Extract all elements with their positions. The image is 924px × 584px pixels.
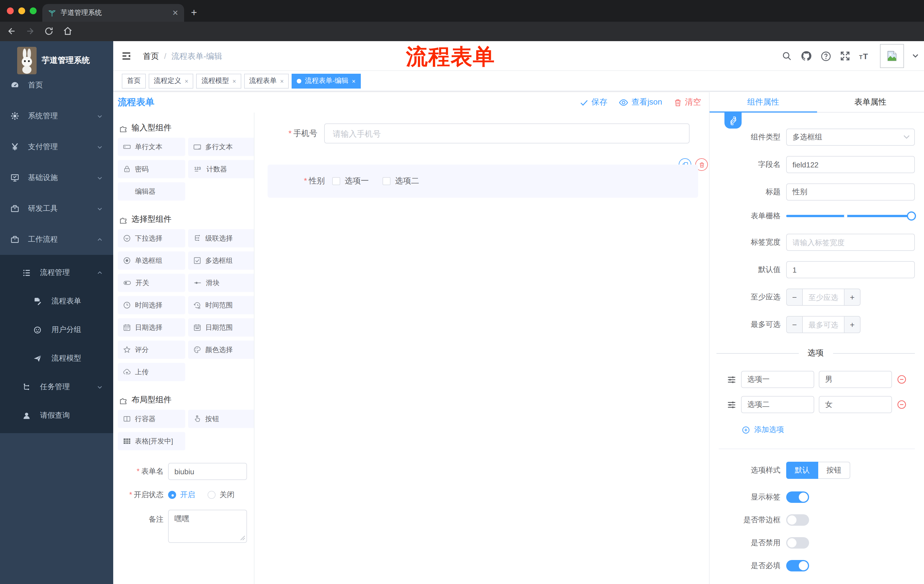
component-date-range[interactable]: 日期范围 [188,318,254,337]
sidebar-item-devtools[interactable]: 研发工具 [0,193,113,224]
tag-close-icon[interactable]: × [352,77,356,84]
max-select-input[interactable] [803,316,844,333]
sidebar-item-payment[interactable]: 支付管理 [0,132,113,162]
grid-slider[interactable] [786,215,911,217]
status-off-label[interactable]: 关闭 [219,490,234,500]
component-select[interactable]: 下拉选择 [118,229,185,247]
gender-option-1[interactable]: 选项一 [332,176,369,186]
min-select-input[interactable] [803,289,844,306]
status-off-radio[interactable] [208,491,216,499]
avatar[interactable] [880,44,904,68]
tag-process-model[interactable]: 流程模型× [196,73,241,88]
tab-form-props[interactable]: 表单属性 [817,92,924,112]
fullscreen-icon[interactable] [840,51,850,61]
tag-process-form-edit[interactable]: 流程表单-编辑× [292,73,361,88]
back-icon[interactable] [7,26,16,36]
field-name-input[interactable] [786,156,915,173]
slider-handle[interactable] [907,211,916,220]
component-radio-group[interactable]: 单选框组 [118,252,185,270]
tab-component-props[interactable]: 组件属性 [710,92,817,112]
reload-icon[interactable] [44,26,54,36]
component-type-select[interactable]: 多选框组 [786,128,915,146]
status-on-label[interactable]: 开启 [180,490,195,500]
breadcrumb-home[interactable]: 首页 [143,51,159,62]
forward-icon[interactable] [25,26,35,36]
show-label-toggle[interactable] [786,492,809,503]
component-table-dev[interactable]: 表格[开发中] [118,432,185,450]
resize-grip-icon[interactable] [240,535,245,541]
remove-option-icon[interactable] [896,400,907,410]
view-json-button[interactable]: 查看json [619,97,662,107]
phone-input[interactable] [324,123,690,143]
option-name-input[interactable] [741,371,814,388]
tab-close-icon[interactable]: ✕ [172,8,178,17]
sidebar-item-process-model[interactable]: 流程模型 [0,344,113,373]
form-name-input[interactable] [168,463,247,480]
component-upload[interactable]: 上传 [118,363,185,381]
checkbox-icon[interactable] [383,177,391,185]
decrease-button[interactable]: − [786,289,803,306]
decrease-button[interactable]: − [786,316,803,333]
component-date-picker[interactable]: 日期选择 [118,318,185,337]
help-icon[interactable] [820,51,832,61]
browser-tab[interactable]: 芋道管理系统 ✕ [42,4,184,22]
component-single-text[interactable]: 单行文本 [118,138,185,156]
style-default-button[interactable]: 默认 [786,462,818,479]
tag-close-icon[interactable]: × [280,77,284,84]
component-slider[interactable]: 滑块 [188,274,254,292]
sidebar-item-home[interactable]: 首页 [0,70,113,100]
remove-option-icon[interactable] [896,374,907,385]
home-icon[interactable] [63,26,73,36]
component-time-range[interactable]: 时间范围 [188,296,254,314]
tag-close-icon[interactable]: × [233,77,236,84]
tag-process-form[interactable]: 流程表单× [244,73,289,88]
option-value-input[interactable] [819,396,892,413]
new-tab-button[interactable]: + [191,5,197,20]
component-switch[interactable]: 开关 [118,274,185,292]
tag-home[interactable]: 首页 [122,73,146,88]
with-border-toggle[interactable] [786,514,809,526]
add-option-button[interactable]: 添加选项 [742,424,924,435]
sidebar-fold-icon[interactable] [121,51,132,61]
title-input[interactable] [786,183,915,201]
sidebar-item-leave-query[interactable]: 请假查询 [0,401,113,430]
component-time-picker[interactable]: 时间选择 [118,296,185,314]
sidebar-item-process-mgmt[interactable]: 流程管理 [0,258,113,287]
tag-close-icon[interactable]: × [185,77,188,84]
sidebar-item-process-form[interactable]: 流程表单 [0,287,113,316]
component-button[interactable]: 按钮 [188,410,254,428]
tag-process-definition[interactable]: 流程定义× [148,73,193,88]
font-size-icon[interactable]: TT [859,51,871,61]
sidebar-item-user-group[interactable]: 用户分组 [0,316,113,344]
label-width-input[interactable] [786,234,915,251]
component-rate[interactable]: 评分 [118,341,185,359]
sidebar-item-infrastructure[interactable]: 基础设施 [0,162,113,193]
sidebar-item-workflow[interactable]: 工作流程 [0,224,113,255]
component-editor[interactable]: 编辑器 [118,182,185,201]
default-value-input[interactable] [786,261,915,278]
component-color-picker[interactable]: 颜色选择 [188,341,254,359]
component-textarea[interactable]: 多行文本 [188,138,254,156]
minimize-window-button[interactable] [18,7,25,14]
option-name-input[interactable] [741,396,814,413]
zoom-window-button[interactable] [30,7,36,14]
style-button-button[interactable]: 按钮 [818,462,850,479]
clear-button[interactable]: 清空 [673,97,701,107]
status-on-radio[interactable] [168,491,176,499]
search-icon[interactable] [782,51,792,61]
data-binding-tab[interactable] [724,113,742,128]
caret-down-icon[interactable] [912,54,918,58]
component-row-container[interactable]: 行容器 [118,410,185,428]
increase-button[interactable]: + [844,289,861,306]
canvas-field-phone[interactable]: *手机号 [254,123,690,143]
drag-handle-icon[interactable] [727,375,736,384]
component-password[interactable]: 密码 [118,160,185,178]
drag-handle-icon[interactable] [727,400,736,410]
required-toggle[interactable] [786,560,809,571]
close-window-button[interactable] [7,7,14,14]
sidebar-item-system[interactable]: 系统管理 [0,100,113,132]
github-icon[interactable] [800,50,812,62]
gender-option-2[interactable]: 选项二 [383,176,419,186]
form-canvas[interactable]: *手机号 *性别 [254,113,709,584]
form-remark-textarea[interactable]: 嘿嘿 [168,510,247,543]
